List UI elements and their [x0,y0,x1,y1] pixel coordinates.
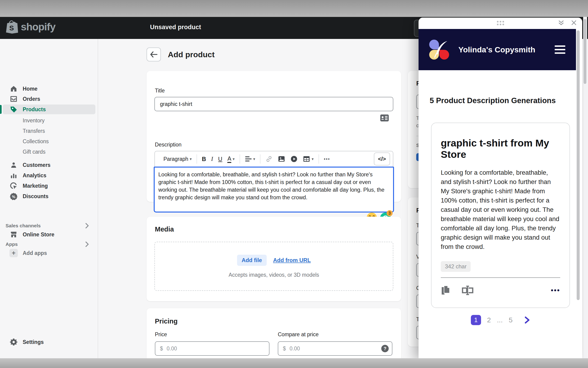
sidebar-subitem-gift-cards[interactable]: Gift cards [3,147,95,156]
chevron-down-icon: ▾ [190,157,192,162]
apps-label: Apps [6,241,18,247]
page-scrollbar-thumb[interactable] [584,19,586,84]
sidebar-subitem-transfers[interactable]: Transfers [3,126,95,136]
compare-at-price-field: Compare at price $ 0.00 ? [278,331,392,356]
pagination: 1 2 ... 5 [431,315,570,325]
screen: S shopify Unsaved product Home [0,0,588,368]
subitem-label: Transfers [23,128,45,134]
next-page-button[interactable] [524,316,530,324]
sidebar-subitem-collections[interactable]: Collections [3,137,95,146]
sidebar-item-customers[interactable]: Customers [3,160,95,170]
desktop-bottom-strip [0,358,588,368]
sidebar-item-discounts[interactable]: % Discounts [3,191,95,201]
sidebar-item-label: Settings [23,339,44,345]
page-2-button[interactable]: 2 [487,316,491,324]
sidebar-item-label: Online Store [23,231,54,238]
insert-text-icon[interactable] [462,285,474,296]
link-button[interactable] [263,155,275,163]
compare-placeholder: 0.00 [290,346,300,352]
paragraph-style-dropdown[interactable]: Paragraph ▾ [158,156,194,162]
generation-body: Looking for a comfortable, breathable, a… [441,168,560,251]
drag-handle-icon[interactable] [497,21,504,25]
help-icon[interactable]: ? [381,345,389,352]
copysmith-logo [429,40,449,60]
sidebar-item-label: Add apps [23,250,47,256]
close-icon[interactable] [571,19,577,26]
panel-app-title: Yolinda's Copysmith [458,45,545,54]
text-color-label: A [227,155,231,163]
bold-button[interactable]: B [199,156,209,162]
sidebar-item-label: Products [23,106,46,113]
more-options-button[interactable]: ••• [551,286,560,294]
price-label: Price [155,331,270,338]
collapse-icon[interactable] [558,19,565,27]
apps-header[interactable]: Apps [6,240,95,248]
more-formatting-button[interactable]: ••• [321,156,333,162]
image-button[interactable] [275,155,288,163]
panel-body: 5 Product Description Generations graphi… [419,70,576,358]
table-button[interactable]: ▾ [300,155,316,163]
code-view-button[interactable]: </> [374,153,390,166]
alignment-button[interactable]: ▾ [242,156,258,162]
sidebar-item-online-store[interactable]: Online Store [3,230,95,239]
title-description-card: Title Description Paragraph ▾ B I U A ▾ [147,71,401,202]
page-1-button[interactable]: 1 [471,315,481,325]
online-store-icon [9,230,18,239]
sidebar-item-label: Analytics [23,172,46,179]
media-card: Media Add file Add from URL Accepts imag… [147,217,401,301]
menu-icon[interactable] [555,46,565,54]
back-button[interactable] [147,47,161,61]
sales-channels-header[interactable]: Sales channels [6,221,95,230]
discounts-icon: % [9,192,18,201]
text-color-button[interactable]: A ▾ [225,155,237,163]
description-text: Looking for a comfortable, breathable, a… [158,172,385,201]
products-tag-icon [9,105,18,114]
italic-button[interactable]: I [209,156,216,162]
svg-text:%: % [12,195,16,199]
marketing-icon [9,182,18,190]
price-input[interactable]: $ 0.00 [155,341,270,356]
desktop-top-strip [0,0,588,17]
panel-grip-strip [419,18,582,29]
sidebar: Home Orders Products Inventory Transfers… [0,39,98,358]
char-count-badge: 342 char [441,261,471,272]
sidebar-item-label: Orders [23,96,40,102]
underline-button[interactable]: U [216,156,225,162]
grammarly-count-badge: 3 [386,210,393,216]
generations-heading: 5 Product Description Generations [430,96,576,105]
analytics-icon [9,171,18,180]
panel-header: Yolinda's Copysmith [419,29,576,70]
chevron-right-icon [85,223,89,229]
sidebar-item-products[interactable]: Products [3,104,95,114]
autofill-icon[interactable] [380,114,389,122]
sidebar-item-marketing[interactable]: Marketing [3,181,95,191]
description-editor[interactable]: Looking for a comfortable, breathable, a… [154,167,394,212]
price-field: Price $ 0.00 [155,331,270,356]
generation-card: graphic t-shirt from My Store Looking fo… [431,123,570,308]
add-file-button[interactable]: Add file [237,255,267,266]
sidebar-item-add-apps[interactable]: + Add apps [3,248,95,258]
page-last-button[interactable]: 5 [509,316,513,324]
title-input[interactable] [154,97,393,111]
sidebar-item-home[interactable]: Home [3,84,95,94]
video-button[interactable] [288,155,300,163]
arrow-left-icon [150,51,158,58]
copy-icon[interactable] [441,285,451,296]
sidebar-item-analytics[interactable]: Analytics [3,171,95,180]
add-from-url-link[interactable]: Add from URL [273,257,311,264]
sidebar-subitem-inventory[interactable]: Inventory [3,116,95,125]
page-title: Add product [168,50,215,59]
shopify-bag-icon: S [6,20,18,34]
logo-quill-icon [429,40,449,60]
sidebar-item-settings[interactable]: Settings [3,337,95,347]
compare-at-price-input[interactable]: $ 0.00 ? [278,341,392,356]
media-dropzone[interactable]: Add file Add from URL Accepts images, vi… [154,242,393,291]
sidebar-item-orders[interactable]: Orders [3,94,95,104]
panel-scrollbar[interactable] [577,30,580,300]
title-label: Title [155,88,165,94]
sidebar-item-label: Home [23,86,37,92]
chevron-down-icon: ▾ [312,157,314,162]
card-divider [441,277,560,278]
subitem-label: Inventory [23,118,45,124]
pricing-heading: Pricing [155,317,177,325]
